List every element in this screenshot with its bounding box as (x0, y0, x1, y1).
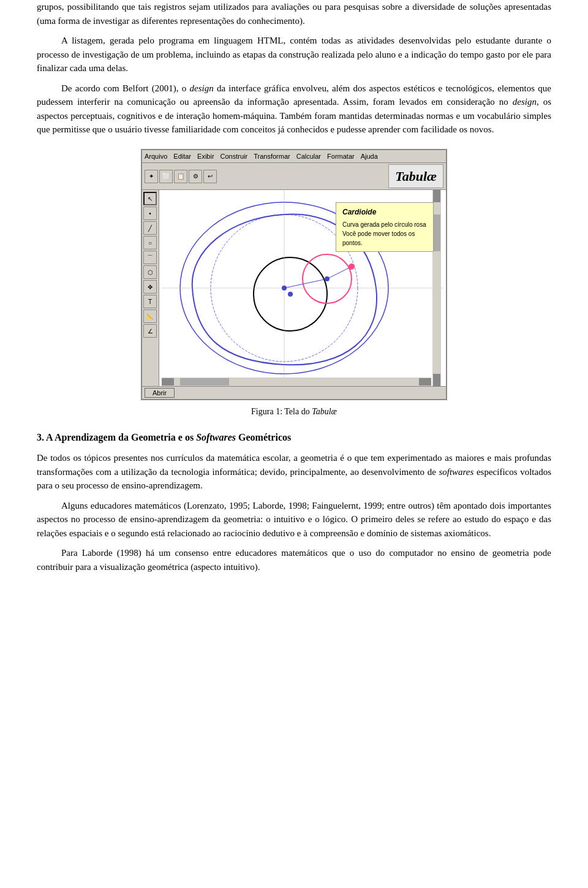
tabulae-popup: Cardioide Curva gerada pelo círculo rosa… (336, 202, 434, 252)
menu-calcular[interactable]: Calcular (296, 151, 321, 162)
menu-construir[interactable]: Construir (221, 151, 248, 162)
svg-rect-14 (433, 190, 440, 202)
figure-caption: Figura 1: Tela do Tabulæ (251, 405, 337, 418)
tabulae-canvas: Cardioide Curva gerada pelo círculo rosa… (159, 190, 446, 386)
menu-transformar[interactable]: Transformar (254, 151, 290, 162)
paragraph-6: Alguns educadores matemáticos (Lorenzato… (37, 499, 551, 541)
tool-polygon[interactable]: ⬡ (143, 265, 157, 279)
tabulae-window[interactable]: Arquivo Editar Exibir Construir Transfor… (141, 149, 447, 401)
menu-arquivo[interactable]: Arquivo (145, 151, 167, 162)
tool-select[interactable]: ↖ (143, 192, 157, 205)
tool-line[interactable]: ╱ (143, 221, 157, 235)
svg-rect-18 (162, 378, 174, 385)
toolbar-btn-1[interactable]: ✦ (145, 170, 158, 183)
tool-angle[interactable]: ∠ (143, 324, 157, 338)
tool-circle[interactable]: ○ (143, 236, 157, 249)
svg-point-12 (288, 292, 293, 297)
svg-rect-20 (180, 378, 229, 385)
tabulae-menubar[interactable]: Arquivo Editar Exibir Construir Transfor… (142, 150, 446, 164)
abrir-button[interactable]: Abrir (145, 388, 175, 398)
tabulae-left-tools: ↖ • ╱ ○ ⌒ ⬡ ✥ T 📐 ∠ (142, 190, 159, 386)
menu-editar[interactable]: Editar (173, 151, 191, 162)
svg-rect-19 (419, 378, 431, 385)
toolbar-btn-5[interactable]: ↩ (203, 170, 217, 183)
menu-exibir[interactable]: Exibir (197, 151, 214, 162)
svg-point-10 (325, 276, 330, 281)
toolbar-btn-3[interactable]: 📋 (174, 170, 187, 183)
menu-formatar[interactable]: Formatar (327, 151, 355, 162)
menu-ajuda[interactable]: Ajuda (361, 151, 378, 162)
toolbar-btn-2[interactable]: ⬜ (159, 170, 173, 183)
tool-arc[interactable]: ⌒ (143, 251, 157, 264)
section-heading: 3. A Aprendizagem da Geometria e os Soft… (37, 430, 551, 445)
tool-point[interactable]: • (143, 207, 157, 220)
popup-line1: Curva gerada pelo círculo rosa (342, 220, 427, 229)
popup-line2: Você pode mover todos os pontos. (342, 229, 427, 248)
tool-measure[interactable]: 📐 (143, 309, 157, 323)
tabulae-body: ↖ • ╱ ○ ⌒ ⬡ ✥ T 📐 ∠ (142, 190, 446, 386)
figure-tabulae: Arquivo Editar Exibir Construir Transfor… (37, 149, 551, 419)
paragraph-3: De acordo com Belfort (2001), o design d… (37, 82, 551, 137)
popup-title: Cardioide (342, 207, 427, 218)
toolbar-btn-4[interactable]: ⚙ (189, 170, 202, 183)
tabulae-header: ✦ ⬜ 📋 ⚙ ↩ Tabulæ (142, 163, 446, 190)
paragraph-7: Para Laborde (1998) há um consenso entre… (37, 546, 551, 574)
svg-rect-16 (433, 214, 440, 251)
tabulae-logo: Tabulæ (388, 164, 443, 188)
svg-point-11 (349, 264, 355, 270)
tool-text[interactable]: T (143, 295, 157, 308)
paragraph-2: A listagem, gerada pelo programa em ling… (37, 34, 551, 75)
tabulae-bottom-bar: Abrir (142, 386, 446, 399)
svg-rect-15 (433, 374, 440, 386)
paragraph-1: grupos, possibilitando que tais registro… (37, 0, 551, 28)
paragraph-5: De todos os tópicos presentes nos curríc… (37, 451, 551, 493)
tool-move[interactable]: ✥ (143, 280, 157, 294)
svg-point-9 (282, 286, 287, 290)
